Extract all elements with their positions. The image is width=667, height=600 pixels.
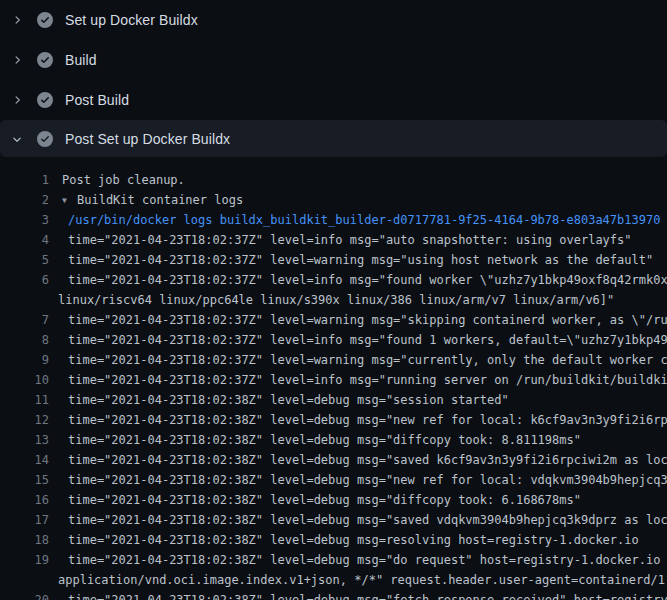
check-circle-icon [37,92,53,108]
log-line-text: time="2021-04-23T18:02:38Z" level=debug … [49,410,667,430]
triangle-down-icon[interactable]: ▼ [62,191,77,211]
log-line: 8 time="2021-04-23T18:02:37Z" level=info… [0,330,667,350]
log-line: 5 time="2021-04-23T18:02:37Z" level=warn… [0,250,667,270]
log-line-number[interactable]: 11 [0,390,49,410]
step-header-set-up-docker-buildx[interactable]: Set up Docker Buildx [0,0,667,40]
log-line-number[interactable]: 6 [0,270,49,290]
step-label: Post Build [65,92,129,108]
log-line-text: Post job cleanup. [49,170,185,190]
log-line: 10 time="2021-04-23T18:02:37Z" level=inf… [0,370,667,390]
check-circle-icon [37,52,53,68]
chevron-down-icon[interactable] [9,131,25,147]
log-line: application/vnd.oci.image.index.v1+json,… [0,570,667,590]
log-line: 4 time="2021-04-23T18:02:37Z" level=info… [0,230,667,250]
log-line-text: time="2021-04-23T18:02:38Z" level=debug … [49,530,639,550]
log-line-text: time="2021-04-23T18:02:38Z" level=debug … [49,550,667,570]
log-line-number[interactable]: 1 [0,170,49,190]
log-line-number[interactable]: 17 [0,510,49,530]
log-line-text: ▼BuildKit container logs [49,190,243,210]
log-line-number[interactable]: 19 [0,550,49,570]
log-line-text: time="2021-04-23T18:02:37Z" level=info m… [49,370,667,390]
log-line: 12 time="2021-04-23T18:02:38Z" level=deb… [0,410,667,430]
log-line-text: application/vnd.oci.image.index.v1+json,… [49,570,667,590]
log-line-number[interactable]: 9 [0,350,49,370]
step-header-post-build[interactable]: Post Build [0,80,667,120]
log-line: 16 time="2021-04-23T18:02:38Z" level=deb… [0,490,667,510]
log-line-text: time="2021-04-23T18:02:38Z" level=debug … [49,490,581,510]
check-circle-icon [37,12,53,28]
log-line-text: time="2021-04-23T18:02:37Z" level=warnin… [49,350,667,370]
log-line: 9 time="2021-04-23T18:02:37Z" level=warn… [0,350,667,370]
log-line-text: time="2021-04-23T18:02:37Z" level=info m… [49,230,632,250]
log-line-number[interactable]: 10 [0,370,49,390]
log-line-number[interactable]: 8 [0,330,49,350]
log-line: 13 time="2021-04-23T18:02:38Z" level=deb… [0,430,667,450]
log-line-number [0,290,49,310]
log-line: 20 time="2021-04-23T18:02:38Z" level=deb… [0,590,667,600]
log-group-label: BuildKit container logs [77,193,243,207]
log-line-text: time="2021-04-23T18:02:37Z" level=info m… [49,270,667,290]
log-line: linux/riscv64 linux/ppc64le linux/s390x … [0,290,667,310]
log-line: 11 time="2021-04-23T18:02:38Z" level=deb… [0,390,667,410]
chevron-right-icon[interactable] [9,52,25,68]
log-line: 18 time="2021-04-23T18:02:38Z" level=deb… [0,530,667,550]
log-line: 15 time="2021-04-23T18:02:38Z" level=deb… [0,470,667,490]
log-line: 17 time="2021-04-23T18:02:38Z" level=deb… [0,510,667,530]
step-header-post-set-up-docker-buildx[interactable]: Post Set up Docker Buildx [0,120,667,157]
log-line-text: time="2021-04-23T18:02:37Z" level=warnin… [49,310,667,330]
workflow-log-viewer: Set up Docker Buildx Build Post Build [0,0,667,600]
log-line-text: time="2021-04-23T18:02:38Z" level=debug … [49,590,667,600]
check-circle-icon [37,131,53,147]
log-line: 19 time="2021-04-23T18:02:38Z" level=deb… [0,550,667,570]
log-line-text: time="2021-04-23T18:02:37Z" level=info m… [49,330,667,350]
log-line-number[interactable]: 16 [0,490,49,510]
step-label: Build [65,52,97,68]
log-line-text: /usr/bin/docker logs buildx_buildkit_bui… [49,210,660,230]
log-line-number[interactable]: 18 [0,530,49,550]
log-line-text: time="2021-04-23T18:02:38Z" level=debug … [49,390,509,410]
log-line: 1 Post job cleanup. [0,170,667,190]
log-line-number[interactable]: 20 [0,590,49,600]
log-line-number[interactable]: 3 [0,210,49,230]
log-line-number[interactable]: 14 [0,450,49,470]
log-line-number[interactable]: 4 [0,230,49,250]
log-line: 6 time="2021-04-23T18:02:37Z" level=info… [0,270,667,290]
log-line-number[interactable]: 7 [0,310,49,330]
log-line-number[interactable]: 2 [0,190,49,210]
chevron-right-icon[interactable] [9,12,25,28]
log-line-number[interactable]: 5 [0,250,49,270]
log-line: 14 time="2021-04-23T18:02:38Z" level=deb… [0,450,667,470]
log-line-number[interactable]: 13 [0,430,49,450]
log-line-text: time="2021-04-23T18:02:38Z" level=debug … [49,470,667,490]
log-line-text: time="2021-04-23T18:02:38Z" level=debug … [49,430,581,450]
chevron-right-icon[interactable] [9,92,25,108]
log-line-text: time="2021-04-23T18:02:37Z" level=warnin… [49,250,653,270]
log-line: 7 time="2021-04-23T18:02:37Z" level=warn… [0,310,667,330]
log-line-number[interactable]: 12 [0,410,49,430]
log-line-text: linux/riscv64 linux/ppc64le linux/s390x … [49,290,614,310]
log-line-number[interactable]: 15 [0,470,49,490]
step-label: Set up Docker Buildx [65,12,198,28]
log-line-text: time="2021-04-23T18:02:38Z" level=debug … [49,510,667,530]
step-label: Post Set up Docker Buildx [65,131,230,147]
log-line-text: time="2021-04-23T18:02:38Z" level=debug … [49,450,667,470]
steps-list: Set up Docker Buildx Build Post Build [0,0,667,157]
step-header-build[interactable]: Build [0,40,667,80]
log-line: 3 /usr/bin/docker logs buildx_buildkit_b… [0,210,667,230]
log-output: 1 Post job cleanup. 2 ▼BuildKit containe… [0,157,667,600]
log-line: 2 ▼BuildKit container logs [0,190,667,210]
log-line-number [0,570,49,590]
